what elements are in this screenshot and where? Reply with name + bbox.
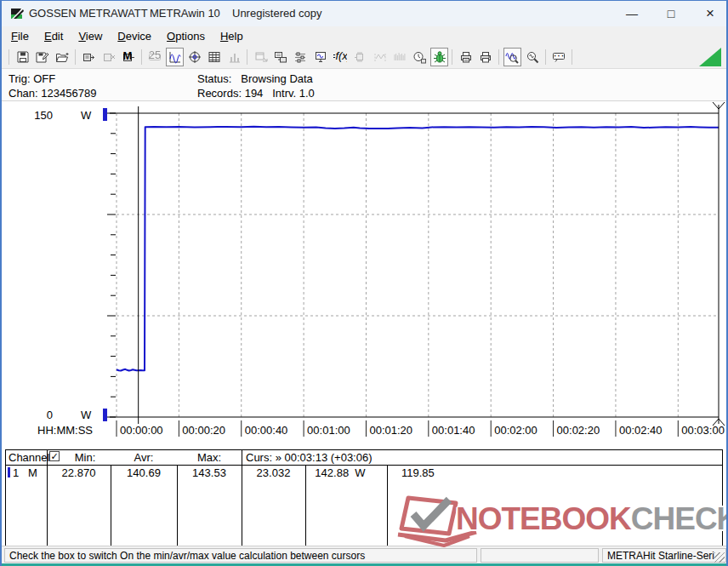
toolbar-separator [141,49,142,65]
open-file-icon [55,50,69,64]
time-settings-button[interactable] [411,48,429,66]
svg-text:M: M [123,50,133,62]
scope-view-button[interactable] [185,48,203,66]
live-record-button[interactable] [430,48,448,66]
toolbar-separator [9,49,9,65]
channel-status: Chan: 123456789 [9,87,96,100]
monitor-view-button[interactable] [311,48,329,66]
toolbar-separator [247,49,247,65]
toolbar-separator [75,49,76,65]
minmax-between-cursors-checkbox[interactable]: ✓ [49,451,60,461]
save-as-icon [36,50,49,64]
titlebar: GOSSEN METRAWATT METRAwin 10 Unregistere… [2,1,726,26]
menu-help[interactable]: Help [213,28,251,44]
table-header-cursor: Curs: » 00:03:13 (+03:06) [246,451,373,464]
resize-grip[interactable] [714,552,725,563]
bargraph-view-button[interactable] [225,48,243,66]
device-memory-icon: M [122,50,135,64]
zoom-window-button[interactable] [523,48,541,66]
export-window-icon [254,50,268,64]
x-tick-label: 00:00:40 [245,424,288,437]
trend-view-button[interactable] [166,48,184,66]
svg-text:1257: 1257 [148,50,162,61]
menu-view[interactable]: View [71,28,110,44]
zoom-horizontal-button[interactable] [503,48,521,66]
numeric-display-button[interactable]: 1257 [146,48,164,66]
export-file-button[interactable] [272,48,290,66]
tooltip-help-icon: ··· [552,50,566,64]
corner-logo-triangle-icon [699,48,721,66]
svg-text:···: ··· [554,50,565,61]
device-read-icon [82,50,95,64]
channel-mode: M [28,466,37,479]
value-delta: 119.85 [401,466,435,479]
value-unit: W [355,466,365,479]
table-header-min: Min: [60,451,111,464]
device-upload-button[interactable] [351,48,369,66]
value-cursor2: 142.88 W [305,466,375,479]
app-icon [9,6,25,21]
table-border [242,449,242,546]
toolbar: M1257=f(x)··· [2,45,726,69]
print-preview-icon [459,50,473,64]
menu-file[interactable]: File [3,28,37,44]
save-button[interactable] [14,48,31,66]
table-border [5,465,723,466]
trend-chart: 00:00:0000:00:2000:00:4000:01:0000:01:20… [2,101,728,449]
statusbar-empty-panel [481,548,599,563]
close-button[interactable]: × [691,1,728,26]
time-settings-icon [412,50,426,64]
live-record-icon [433,50,446,64]
toolbar-separator [545,49,546,65]
channel-number: 1 [13,466,19,479]
x-tick-label: 00:03:00 [681,424,725,437]
device-read-button[interactable] [80,48,98,66]
menu-edit[interactable]: Edit [37,28,71,44]
value-cursor1: 23.032 [242,466,305,479]
minimize-button[interactable]: — [613,1,651,26]
y-min-label: 0 [47,409,53,421]
status-bar: Check the box to switch On the min/avr/m… [2,546,726,563]
trend-view-icon [168,50,182,64]
device-upload-icon [353,50,367,64]
svg-text:=f(x): =f(x) [333,50,347,62]
cursor-value-table: Channel: ✓ Min: Avr: Max: Curs: » 00:03:… [2,449,726,546]
x-tick-label: 00:02:40 [619,424,663,437]
menu-device[interactable]: Device [110,28,159,44]
value-avr: 140.69 [111,466,177,479]
channel-scale-marker-top [103,108,107,121]
value-min: 22.870 [47,466,111,479]
device-disconnect-button[interactable] [100,48,117,66]
bargraph-view-icon [228,50,242,64]
envelope-view-icon [393,50,407,64]
numeric-display-icon: 1257 [148,50,162,64]
tooltip-help-button[interactable]: ··· [550,48,568,66]
records-status: Records: 194 Intrv. 1.0 [197,87,315,100]
print-button[interactable] [477,48,495,66]
browse-status: Status: Browsing Data [197,72,313,85]
x-tick-label: 00:01:20 [369,424,412,437]
save-as-button[interactable] [33,48,51,66]
export-window-button[interactable] [252,48,270,66]
y-max-label: 150 [34,109,53,122]
envelope-view-button[interactable] [390,48,408,66]
channel-color-marker [8,467,10,477]
table-header-max: Max: [177,451,242,464]
formula-button[interactable]: =f(x) [332,48,350,66]
zoom-horizontal-icon [505,50,519,64]
x-tick-label: 00:01:00 [307,424,350,437]
print-preview-button[interactable] [457,48,475,66]
statusbar-message: Check the box to switch On the min/avr/m… [4,548,477,563]
channel-settings-button[interactable] [292,48,310,66]
table-view-button[interactable] [206,48,224,66]
menu-options[interactable]: Options [159,28,213,44]
formula-icon: =f(x) [333,50,347,64]
maximize-button[interactable]: □ [652,1,690,26]
device-memory-button[interactable]: M [120,48,138,66]
print-icon [479,50,492,64]
open-file-button[interactable] [54,48,71,66]
table-border [5,449,723,450]
toolbar-separator [572,49,572,65]
marker-view-button[interactable] [371,48,389,66]
x-axis-unit-label: HH:MM:SS [37,424,93,437]
